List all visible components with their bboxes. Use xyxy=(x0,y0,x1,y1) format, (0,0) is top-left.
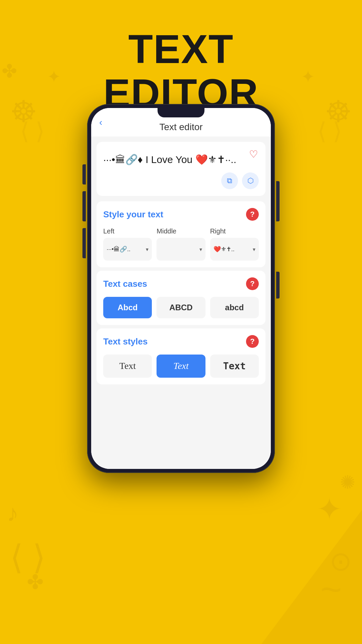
middle-label: Middle xyxy=(157,227,205,235)
cases-section-title: Text cases xyxy=(103,279,147,289)
styles-help-button[interactable]: ? xyxy=(246,335,259,348)
case-sentence-button[interactable]: Abcd xyxy=(103,297,152,318)
styles-section: Text styles ? Text Text Text xyxy=(97,328,265,384)
cases-row: Abcd ABCD abcd xyxy=(103,297,259,318)
style-col-middle: Middle ▾ xyxy=(157,227,205,261)
phone-notch xyxy=(158,108,204,117)
copy-icon: ⧉ xyxy=(227,176,232,185)
volume-mute-button xyxy=(82,164,86,184)
left-value: ···•🏛🔗.. xyxy=(107,246,130,253)
style-col-left: Left ···•🏛🔗.. ▾ xyxy=(103,227,152,261)
styles-row: Text Text Text xyxy=(103,355,259,378)
screen-title: Text editor xyxy=(159,122,202,132)
style-section-title: Style your text xyxy=(103,209,163,220)
preview-text: ···•🏛🔗♦ I Love You ❤️⚜✝··.. xyxy=(103,152,259,167)
volume-up-button xyxy=(82,191,86,221)
share-button[interactable]: ⬡ xyxy=(242,172,259,189)
preview-actions: ⧉ ⬡ xyxy=(103,172,259,189)
back-button[interactable]: ‹ xyxy=(99,117,102,128)
left-arrow-icon: ▾ xyxy=(146,246,148,253)
cases-help-button[interactable]: ? xyxy=(246,277,259,290)
right-arrow-icon: ▾ xyxy=(253,246,255,253)
copy-button[interactable]: ⧉ xyxy=(221,172,238,189)
share-icon: ⬡ xyxy=(247,176,254,185)
right-value: ❤️⚜✝.. xyxy=(214,246,235,253)
volume-down-button xyxy=(82,228,86,258)
right-dropdown[interactable]: ❤️⚜✝.. ▾ xyxy=(210,238,259,261)
case-lower-button[interactable]: abcd xyxy=(210,297,259,318)
bixby-button xyxy=(276,272,280,299)
page-title-line1: TEXT xyxy=(0,27,362,71)
heart-icon: ♡ xyxy=(249,148,258,160)
style-columns: Left ···•🏛🔗.. ▾ Middle ▾ xyxy=(103,227,259,261)
styles-section-header: Text styles ? xyxy=(103,335,259,348)
style-section-header: Style your text ? xyxy=(103,208,259,221)
middle-arrow-icon: ▾ xyxy=(199,246,202,253)
style-col-right: Right ❤️⚜✝.. ▾ xyxy=(210,227,259,261)
cases-section: Text cases ? Abcd ABCD abcd xyxy=(97,271,265,325)
style-help-button[interactable]: ? xyxy=(246,208,259,221)
style-section: Style your text ? Left ···•🏛🔗.. ▾ M xyxy=(97,201,265,267)
styles-section-title: Text styles xyxy=(103,336,147,347)
style-serif-button[interactable]: Text xyxy=(103,355,152,378)
style-mono-button[interactable]: Text xyxy=(210,355,259,378)
app-content: ♡ ···•🏛🔗♦ I Love You ❤️⚜✝··.. ⧉ ⬡ xyxy=(91,137,271,469)
favorite-button[interactable]: ♡ xyxy=(246,147,261,161)
power-button xyxy=(276,181,280,221)
right-label: Right xyxy=(210,227,259,235)
preview-card: ♡ ···•🏛🔗♦ I Love You ❤️⚜✝··.. ⧉ ⬡ xyxy=(97,142,265,196)
left-label: Left xyxy=(103,227,152,235)
left-dropdown[interactable]: ···•🏛🔗.. ▾ xyxy=(103,238,152,261)
style-serif-italic-button[interactable]: Text xyxy=(157,355,205,378)
case-upper-button[interactable]: ABCD xyxy=(157,297,205,318)
middle-dropdown[interactable]: ▾ xyxy=(157,238,205,261)
cases-section-header: Text cases ? xyxy=(103,277,259,290)
